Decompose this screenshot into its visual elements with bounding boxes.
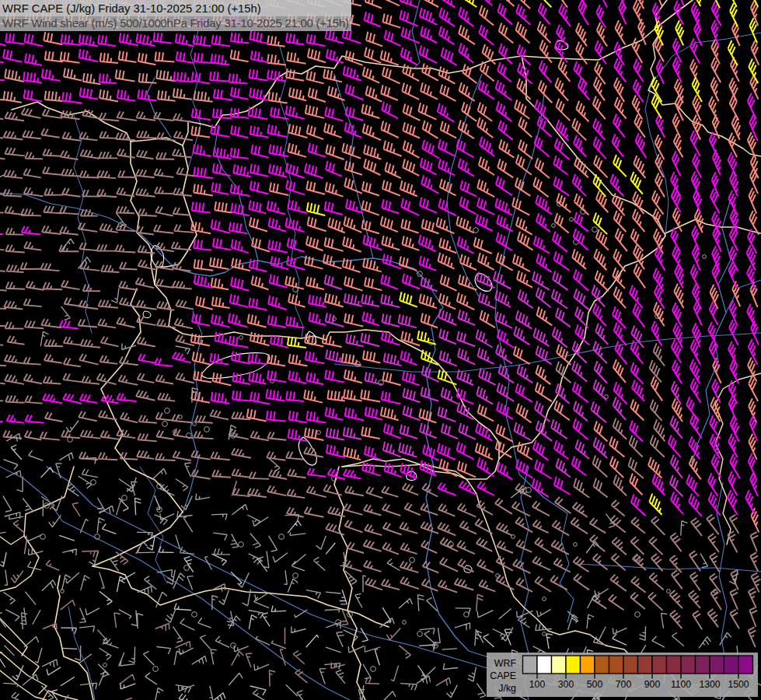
svg-text:J/kg: J/kg (498, 683, 516, 694)
svg-text:100: 100 (529, 679, 546, 690)
svg-text:WRF: WRF (494, 658, 517, 669)
svg-text:WRF Wind shear (m/s) 500/1000h: WRF Wind shear (m/s) 500/1000hPa Friday … (2, 16, 349, 30)
svg-text:1500: 1500 (728, 679, 749, 690)
svg-text:900: 900 (644, 679, 661, 690)
svg-text:700: 700 (616, 679, 632, 690)
svg-text:WRF CAPE (J/kg) Friday 31-10-2: WRF CAPE (J/kg) Friday 31-10-2025 21:00 … (2, 2, 261, 15)
svg-text:500: 500 (587, 679, 603, 690)
svg-text:1100: 1100 (671, 679, 691, 690)
svg-text:1300: 1300 (699, 679, 720, 690)
svg-text:CAPE: CAPE (490, 670, 516, 681)
svg-text:300: 300 (558, 679, 574, 690)
